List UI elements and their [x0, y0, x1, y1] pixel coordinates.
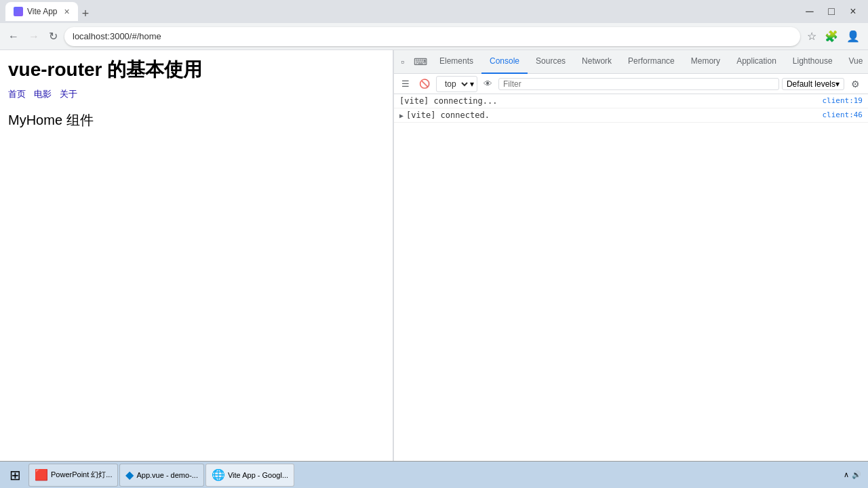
- new-tab-button[interactable]: +: [78, 7, 94, 21]
- console-source-1[interactable]: client:19: [822, 96, 863, 105]
- tab-title: Vite App: [27, 7, 57, 16]
- tab-lighthouse[interactable]: Lighthouse: [785, 50, 841, 74]
- nav-link-home[interactable]: 首页: [8, 88, 26, 100]
- tab-bar: Vite App × +: [5, 2, 800, 21]
- console-filter-input[interactable]: [498, 78, 779, 90]
- console-message-1: [vite] connecting...: [399, 96, 822, 106]
- start-button[interactable]: ⊞: [3, 463, 27, 487]
- taskbar-right: ∧ 🔊: [840, 470, 865, 479]
- browser-chrome: Vite App × + ─ □ × ← → ↻ ☆ 🧩 👤: [0, 0, 868, 50]
- console-sidebar-toggle[interactable]: ☰: [398, 77, 413, 90]
- window-controls: ─ □ ×: [800, 2, 863, 21]
- eye-icon[interactable]: 👁: [480, 77, 496, 90]
- minimize-button[interactable]: ─: [800, 2, 819, 21]
- devtools-tab-bar: ▫ ⌨ Elements Console Sources Network Per…: [394, 50, 868, 74]
- console-line-1: [vite] connecting... client:19: [394, 94, 868, 108]
- taskbar-item-vscode[interactable]: ◆ App.vue - demo-...: [119, 464, 204, 487]
- context-selector-wrapper[interactable]: top ▾: [436, 76, 477, 92]
- reload-button[interactable]: ↻: [46, 27, 60, 45]
- taskbar-tray: ∧ 🔊: [840, 470, 865, 479]
- taskbar-item-chrome[interactable]: 🌐 Vite App - Googl...: [205, 464, 294, 487]
- device-toolbar-icon[interactable]: ⌨: [410, 54, 431, 70]
- tab-application[interactable]: Application: [728, 50, 785, 74]
- default-levels-arrow: ▾: [835, 79, 840, 89]
- address-icons: ☆ 🧩 👤: [804, 27, 863, 45]
- bookmark-icon[interactable]: ☆: [804, 27, 819, 45]
- windows-logo: ⊞: [9, 467, 21, 483]
- title-bar: Vite App × + ─ □ ×: [0, 0, 868, 23]
- page-title: vue-router 的基本使用: [8, 57, 384, 83]
- tray-chevron[interactable]: ∧: [844, 470, 849, 479]
- chrome-icon: 🌐: [212, 468, 225, 481]
- page-content: vue-router 的基本使用 首页 电影 关于 MyHome 组件: [0, 50, 393, 488]
- tab-performance[interactable]: Performance: [620, 50, 683, 74]
- devtools-icons: ▫ ⌨: [397, 54, 431, 70]
- console-source-2[interactable]: client:46: [822, 110, 863, 119]
- expand-icon-2[interactable]: ▶: [399, 110, 403, 119]
- powerpoint-label: PowerPoint 幻灯...: [51, 470, 112, 480]
- console-message-2: [vite] connected.: [406, 110, 822, 120]
- taskbar-item-powerpoint[interactable]: 🟥 PowerPoint 幻灯...: [28, 464, 118, 487]
- context-selector-arrow: ▾: [470, 79, 474, 89]
- default-levels-label: Default levels: [787, 79, 835, 89]
- default-levels-selector[interactable]: Default levels ▾: [782, 78, 844, 90]
- powerpoint-icon: 🟥: [35, 468, 48, 481]
- tab-console[interactable]: Console: [481, 50, 528, 74]
- nav-link-movies[interactable]: 电影: [34, 88, 52, 100]
- vscode-icon: ◆: [125, 468, 134, 481]
- console-output: [vite] connecting... client:19 ▶ [vite] …: [394, 94, 868, 488]
- back-button[interactable]: ←: [5, 28, 22, 45]
- forward-button[interactable]: →: [26, 28, 42, 45]
- context-selector[interactable]: top: [439, 77, 470, 91]
- console-toolbar: ☰ 🚫 top ▾ 👁 Default levels ▾ ⚙: [394, 74, 868, 94]
- tab-memory[interactable]: Memory: [683, 50, 728, 74]
- main-area: vue-router 的基本使用 首页 电影 关于 MyHome 组件 ▫ ⌨ …: [0, 50, 868, 488]
- devtools-panel: ▫ ⌨ Elements Console Sources Network Per…: [393, 50, 868, 488]
- tab-sources[interactable]: Sources: [528, 50, 574, 74]
- inspect-element-icon[interactable]: ▫: [397, 54, 408, 70]
- tab-vue[interactable]: Vue: [841, 50, 868, 74]
- extensions-icon[interactable]: 🧩: [822, 27, 841, 45]
- vscode-label: App.vue - demo-...: [136, 471, 198, 479]
- close-button[interactable]: ×: [844, 2, 863, 21]
- active-tab[interactable]: Vite App ×: [5, 2, 78, 21]
- tab-close-button[interactable]: ×: [64, 6, 69, 17]
- taskbar: ⊞ 🟥 PowerPoint 幻灯... ◆ App.vue - demo-..…: [0, 461, 868, 488]
- console-line-2: ▶ [vite] connected. client:46: [394, 108, 868, 123]
- tab-elements[interactable]: Elements: [431, 50, 481, 74]
- component-title: MyHome 组件: [8, 111, 384, 129]
- profile-icon[interactable]: 👤: [844, 27, 863, 45]
- address-input[interactable]: [64, 27, 800, 46]
- nav-link-about[interactable]: 关于: [60, 88, 77, 100]
- console-clear-button[interactable]: 🚫: [416, 77, 433, 90]
- address-bar: ← → ↻ ☆ 🧩 👤: [0, 23, 868, 50]
- tab-favicon: [14, 7, 23, 16]
- maximize-button[interactable]: □: [822, 2, 841, 21]
- console-settings-icon[interactable]: ⚙: [847, 76, 864, 92]
- tab-network[interactable]: Network: [574, 50, 620, 74]
- page-nav: 首页 电影 关于: [8, 88, 384, 100]
- chrome-label: Vite App - Googl...: [228, 471, 288, 479]
- tray-sound-icon[interactable]: 🔊: [852, 470, 861, 479]
